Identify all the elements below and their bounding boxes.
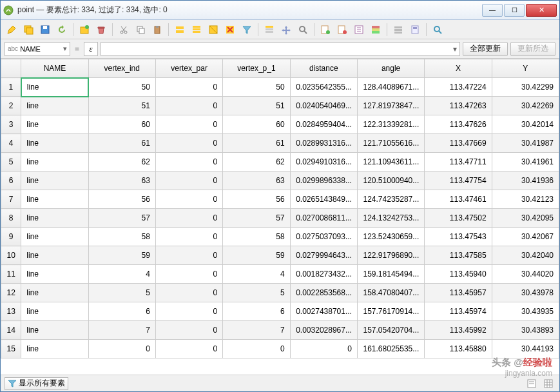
table-row[interactable]: 11line4040.0018273432...159.18145494...1… [1,265,559,284]
deselect-icon[interactable] [223,23,237,37]
table-cell[interactable]: 0 [155,97,222,115]
column-header[interactable]: angle [357,59,424,78]
table-cell[interactable]: 113.47711 [425,153,492,172]
table-cell[interactable]: 4 [223,265,290,284]
table-cell[interactable]: 113.47224 [425,78,492,97]
table-cell[interactable]: 58 [223,228,290,246]
table-cell[interactable]: 0 [155,321,222,340]
table-row[interactable]: 14line7070.0032028967...157.05420704...1… [1,321,559,340]
expression-button[interactable]: ε [84,42,98,56]
table-cell[interactable]: 9 [1,228,21,246]
table-cell[interactable]: 8 [1,209,21,228]
table-view-icon[interactable] [541,377,555,391]
table-cell[interactable]: 127.81973847... [357,97,424,115]
table-cell[interactable]: 30.41987 [492,134,559,153]
table-row[interactable]: 6line630630.0299896338...120.51000940...… [1,172,559,190]
table-cell[interactable]: 113.47543 [425,228,492,246]
table-cell[interactable]: 0.0235642355... [290,78,357,97]
table-row[interactable]: 15line0000161.68025535...113.4588030.441… [1,340,559,358]
new-column-icon[interactable] [318,23,333,37]
add-feature-icon[interactable] [77,23,92,37]
cut-icon[interactable] [117,23,131,37]
table-cell[interactable]: 0 [155,209,222,228]
table-cell[interactable]: 60 [88,115,155,134]
table-cell[interactable]: 12 [1,284,21,302]
table-cell[interactable]: 5 [1,153,21,172]
table-cell[interactable]: 113.47461 [425,190,492,209]
table-cell[interactable]: 30.44193 [492,340,559,358]
table-cell[interactable]: 6 [88,302,155,321]
table-row[interactable]: 4line610610.0289931316...121.71055616...… [1,134,559,153]
column-header[interactable]: vertex_ind [88,59,155,78]
table-cell[interactable]: 0.0289931316... [290,134,357,153]
table-cell[interactable]: 56 [88,190,155,209]
table-cell[interactable]: line [21,246,88,265]
table-cell[interactable]: 14 [1,321,21,340]
filter-icon[interactable] [240,23,254,37]
table-cell[interactable]: 51 [88,97,155,115]
table-cell[interactable]: 157.05420704... [357,321,424,340]
table-cell[interactable]: 30.42067 [492,228,559,246]
table-cell[interactable]: 0 [155,78,222,97]
show-all-features-button[interactable]: 显示所有要素 [5,377,68,390]
table-cell[interactable]: 0 [290,340,357,358]
table-cell[interactable]: 13 [1,302,21,321]
table-cell[interactable]: 123.52430659... [357,228,424,246]
table-cell[interactable]: 128.44089671... [357,78,424,97]
table-cell[interactable]: 63 [88,172,155,190]
move-top-icon[interactable] [262,23,276,37]
table-cell[interactable]: line [21,284,88,302]
table-cell[interactable]: 124.74235287... [357,190,424,209]
table-cell[interactable]: line [21,97,88,115]
table-cell[interactable]: 59 [88,246,155,265]
table-cell[interactable]: 7 [88,321,155,340]
table-cell[interactable]: 0 [155,302,222,321]
table-cell[interactable]: 0.0299896338... [290,172,357,190]
table-cell[interactable]: 113.45974 [425,302,492,321]
table-row[interactable]: 7line560560.0265143849...124.74235287...… [1,190,559,209]
table-row[interactable]: 8line570570.0270086811...124.13242753...… [1,209,559,228]
table-cell[interactable]: 113.45880 [425,340,492,358]
update-selected-button[interactable]: 更新所选 [510,42,555,56]
table-cell[interactable]: 113.45940 [425,265,492,284]
table-cell[interactable]: 60 [223,115,290,134]
table-cell[interactable]: line [21,321,88,340]
table-cell[interactable]: 161.68025535... [357,340,424,358]
table-cell[interactable]: 1 [1,78,21,97]
edit-pencil-icon[interactable] [5,23,19,37]
table-cell[interactable]: 7 [1,190,21,209]
table-cell[interactable]: line [21,302,88,321]
table-cell[interactable]: 0.0275037093... [290,228,357,246]
table-cell[interactable]: 0.0294910316... [290,153,357,172]
table-cell[interactable]: 0.0032028967... [290,321,357,340]
table-cell[interactable]: 113.47626 [425,115,492,134]
table-cell[interactable]: 4 [1,134,21,153]
table-cell[interactable]: 0 [155,153,222,172]
table-cell[interactable]: 159.18145494... [357,265,424,284]
select-all-icon[interactable] [189,23,204,37]
table-cell[interactable]: 122.31339281... [357,115,424,134]
table-cell[interactable]: 50 [88,78,155,97]
copy-icon[interactable] [133,23,148,37]
column-header[interactable] [1,59,21,78]
table-cell[interactable]: 0 [155,228,222,246]
table-cell[interactable]: 57 [223,209,290,228]
table-row[interactable]: 5line620620.0294910316...121.10943611...… [1,153,559,172]
table-cell[interactable]: 0 [155,340,222,358]
open-calc-icon[interactable] [352,23,366,37]
table-cell[interactable]: 0 [155,190,222,209]
table-cell[interactable]: 7 [223,321,290,340]
table-cell[interactable]: 5 [223,284,290,302]
delete-icon[interactable] [94,23,108,37]
column-header[interactable]: vertex_par [155,59,222,78]
table-cell[interactable]: 0 [155,172,222,190]
table-cell[interactable]: 121.10943611... [357,153,424,172]
table-cell[interactable]: 11 [1,265,21,284]
table-cell[interactable]: 113.47502 [425,209,492,228]
table-row[interactable]: 9line580580.0275037093...123.52430659...… [1,228,559,246]
table-cell[interactable]: 0 [155,115,222,134]
table-cell[interactable]: 113.47754 [425,172,492,190]
table-cell[interactable]: 0 [155,134,222,153]
actions-icon[interactable] [391,23,405,37]
table-cell[interactable]: 0.0270086811... [290,209,357,228]
